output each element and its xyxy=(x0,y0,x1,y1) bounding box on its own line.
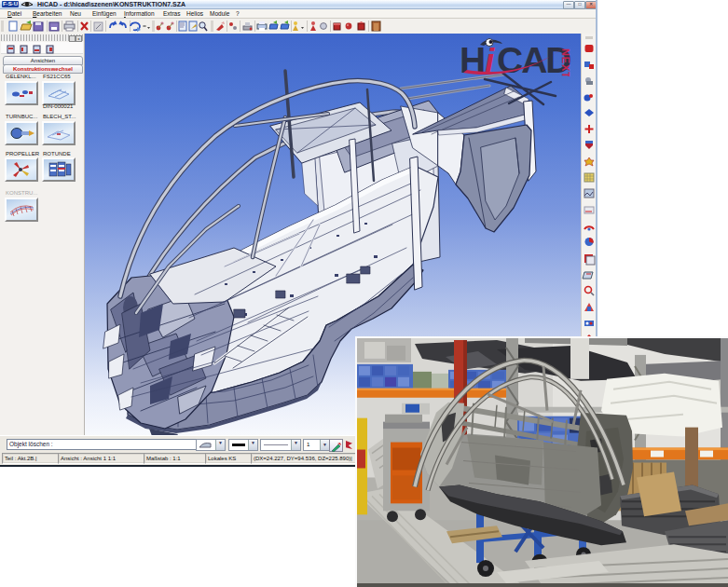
svg-text:i: i xyxy=(485,42,495,76)
svg-text:NEXT: NEXT xyxy=(560,48,571,76)
